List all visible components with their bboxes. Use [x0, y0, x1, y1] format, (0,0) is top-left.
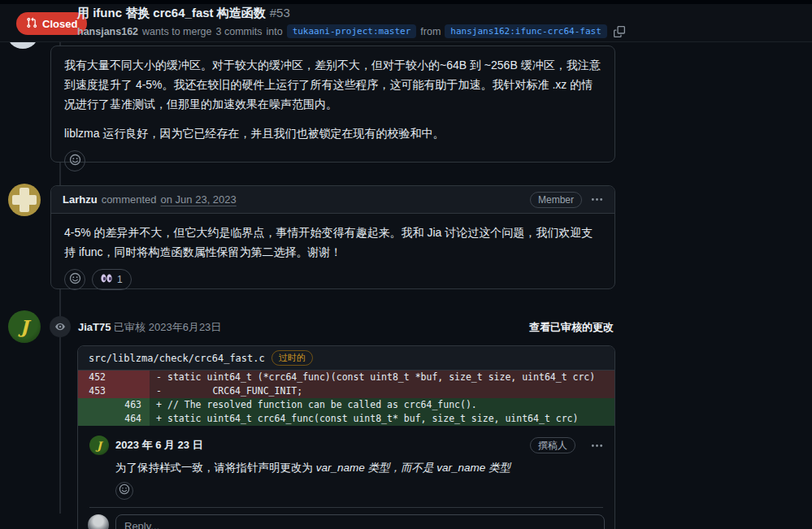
old-line-number: [78, 398, 114, 412]
diff-sign: -: [156, 384, 167, 398]
diff-sign: +: [156, 398, 167, 412]
eyes-emoji: [101, 274, 112, 285]
pr-title-text: 用 ifunc 替换 crc64_fast 构造函数: [77, 6, 266, 20]
member-badge: Member: [530, 192, 582, 208]
old-line-number: [78, 412, 114, 426]
new-line-number: 463: [114, 398, 150, 412]
merge-summary: hansjans162 wants to merge 3 commits int…: [77, 24, 625, 38]
review-event-line: JiaT75 已审核 2023年6月23日: [78, 320, 221, 335]
smiley-icon: [69, 272, 81, 288]
reaction-count: 1: [117, 274, 123, 285]
review-date-label: 2023年6月23日: [149, 321, 222, 333]
new-line-number: 464: [114, 412, 150, 426]
comment-action-label: commented: [102, 193, 157, 206]
avatar-letter: J: [97, 440, 102, 452]
comment-paragraph: 我有大量不同大小的缓冲区。对于较大的缓冲区，差别不大，但对于较小的~64B 到 …: [64, 55, 601, 114]
merge-text: wants to merge: [142, 26, 211, 37]
comment-author-link[interactable]: Larhzu: [63, 193, 98, 206]
diff-sign: +: [156, 412, 167, 426]
diff-file-header: src/liblzma/check/crc64_fast.c 过时的: [78, 346, 614, 371]
review-action-label: 已审核: [114, 321, 145, 333]
review-comment: J 2023 年 6 月 23 日 撰稿人 为了保持样式一致，请将指针声明更改为…: [78, 426, 614, 508]
kebab-icon[interactable]: [591, 193, 603, 206]
author-badge: 撰稿人: [530, 437, 575, 453]
diff-line-added: 463+// The resolved function can be call…: [78, 398, 614, 412]
reply-row: [78, 508, 614, 529]
diff-line-added: 464+static uint64_t crc64_func(const uin…: [78, 412, 614, 426]
comment-card: Larhzu commented on Jun 23, 2023 Member …: [50, 185, 615, 289]
diff-code: static uint64_t crc64_func(const uint8_t…: [167, 413, 578, 424]
old-line-number: 452: [78, 371, 114, 384]
pull-request-page: 我有大量不同大小的缓冲区。对于较大的缓冲区，差别不大，但对于较小的~64B 到 …: [0, 0, 812, 529]
eye-icon: [50, 316, 71, 337]
page-title: 用 ifunc 替换 crc64_fast 构造函数#53: [77, 6, 625, 21]
avatar[interactable]: J: [8, 310, 41, 343]
pr-number: #53: [270, 6, 290, 20]
diff-code: // The resolved function can be called a…: [167, 399, 477, 410]
add-reaction-button[interactable]: [115, 482, 133, 500]
comment-date-link[interactable]: on Jun 23, 2023: [161, 193, 237, 206]
body-text: 为了保持样式一致，请将指针声明更改为: [115, 462, 316, 474]
comment-paragraph: liblzma 运行良好，因为它已经存在，并且我们也被锁定在现有的校验和中。: [64, 124, 601, 143]
status-label: Closed: [42, 18, 77, 30]
reply-input[interactable]: [115, 514, 605, 529]
pr-author-link[interactable]: hansjans162: [77, 26, 138, 37]
new-line-number: [114, 371, 150, 384]
head-branch-label: hansjans162:ifunc-crc64-fast: [445, 24, 606, 38]
avatar[interactable]: J: [89, 436, 109, 455]
diff-sign: -: [156, 371, 167, 384]
outdated-badge: 过时的: [271, 350, 313, 366]
comment-card: 我有大量不同大小的缓冲区。对于较大的缓冲区，差别不大，但对于较小的~64B 到 …: [50, 46, 615, 163]
commits-count: 3 commits: [216, 26, 263, 37]
kebab-icon[interactable]: [591, 440, 603, 452]
smiley-icon: [69, 154, 81, 169]
review-thread-card: src/liblzma/check/crc64_fast.c 过时的 452-s…: [77, 345, 615, 529]
avatar[interactable]: [8, 184, 41, 216]
merge-text: into: [266, 26, 282, 37]
diff-line-deleted: 453- CRC64_FUNC_INIT;: [78, 384, 614, 398]
copy-icon[interactable]: [614, 26, 625, 37]
base-branch-label: tukaani-project:master: [287, 24, 417, 38]
new-line-number: [114, 384, 150, 398]
pr-sticky-header: Closed 用 ifunc 替换 crc64_fast 构造函数#53 han…: [0, 0, 812, 42]
review-author-link[interactable]: JiaT75: [78, 321, 111, 333]
merge-text: from: [420, 26, 441, 37]
eyes-reaction-pill[interactable]: 1: [92, 269, 132, 290]
add-reaction-button[interactable]: [64, 150, 85, 171]
diff-code: CRC64_FUNC_INIT;: [167, 385, 302, 397]
diff-block: 452-static uint64_t (*crc64_func)(const …: [78, 371, 614, 426]
review-comment-date: 2023 年 6 月 23 日: [115, 438, 203, 453]
smiley-icon: [119, 483, 130, 498]
add-reaction-button[interactable]: [64, 269, 85, 290]
review-comment-body: 为了保持样式一致，请将指针声明更改为 var_name 类型，而不是 var_n…: [115, 459, 603, 477]
avatar[interactable]: [88, 514, 109, 529]
view-reviewed-changes-link[interactable]: 查看已审核的更改: [529, 320, 614, 335]
comment-body: 4-5% 的差异并不大，但它大约是临界点，事情开始变得有趣起来。我和 Jia 讨…: [51, 214, 614, 262]
body-italic-text: var_name 类型，而不是 var_name 类型: [316, 462, 510, 474]
diff-code: static uint64_t (*crc64_func)(const uint…: [167, 371, 595, 383]
top-strip: [0, 0, 812, 4]
file-path-link[interactable]: src/liblzma/check/crc64_fast.c: [89, 353, 265, 364]
git-pull-request-icon: [26, 17, 37, 31]
old-line-number: 453: [78, 384, 114, 398]
comment-header: Larhzu commented on Jun 23, 2023 Member: [51, 186, 614, 214]
diff-line-deleted: 452-static uint64_t (*crc64_func)(const …: [78, 371, 614, 384]
avatar-letter: J: [20, 316, 28, 337]
reactions-row: 1: [51, 262, 614, 290]
